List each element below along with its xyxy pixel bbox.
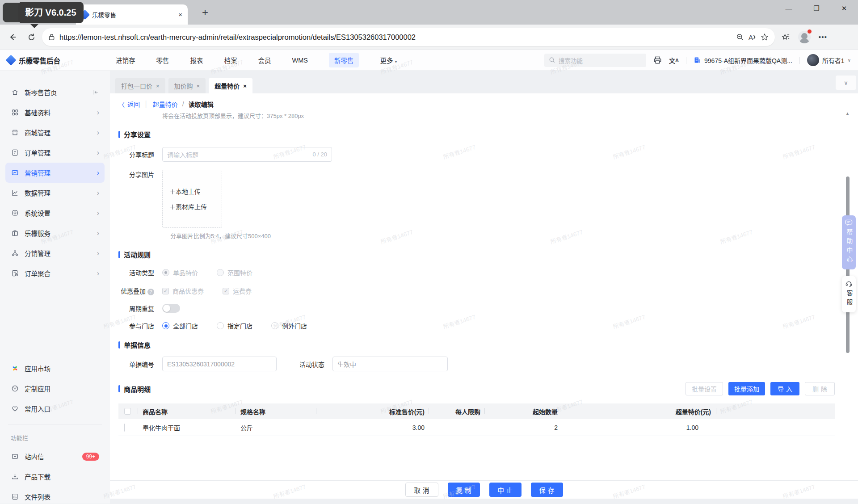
menu-item-baobiao[interactable]: 报表 xyxy=(190,55,203,65)
sidebar-item-basic-data[interactable]: 基础资料 › xyxy=(5,102,105,122)
sidebar-item-order-aggregation[interactable]: 订单聚合 › xyxy=(5,263,105,283)
upload-library-button[interactable]: ＋素材库上传 xyxy=(169,202,222,211)
scroll-up-arrow[interactable]: ▲ xyxy=(845,111,850,116)
copy-button[interactable]: 复制 xyxy=(448,483,480,497)
radio-icon xyxy=(162,269,169,276)
yingdao-rpa-overlay[interactable]: 影刀 V6.0.25 xyxy=(3,2,84,23)
sidebar-item-distribution-management[interactable]: 分销管理 › xyxy=(5,243,105,263)
sidebar-item-home[interactable]: 新零售首页 xyxy=(5,82,105,102)
batch-add-button[interactable]: 批量添加 xyxy=(728,382,765,395)
menu-item-jinxiaocun[interactable]: 进销存 xyxy=(116,55,135,65)
select-all-checkbox[interactable] xyxy=(124,408,131,415)
app-brand[interactable]: 乐檬零售后台 xyxy=(7,55,103,65)
sidebar-item-messages[interactable]: 站内信 99+ xyxy=(5,446,105,466)
cell-start-qty: 2 xyxy=(485,424,562,431)
sidebar-item-mall-management[interactable]: 商城管理 › xyxy=(5,122,105,143)
tab-overflow-button[interactable]: ∨ xyxy=(836,76,856,90)
sidebar-item-custom-app[interactable]: 定制应用 xyxy=(5,378,105,399)
chevron-right-icon: › xyxy=(97,129,99,137)
sidebar-item-system-settings[interactable]: 系统设置 › xyxy=(5,203,105,223)
abort-button[interactable]: 中止 xyxy=(489,483,522,497)
menu-item-wms[interactable]: WMS xyxy=(292,57,308,64)
upload-local-button[interactable]: ＋本地上传 xyxy=(169,187,222,196)
tab-close-icon[interactable]: × xyxy=(197,83,200,89)
user-menu[interactable]: 所有者1 ∨ xyxy=(807,54,851,66)
tab-close-icon[interactable]: × xyxy=(156,83,160,89)
batch-set-button[interactable]: 批量设置 xyxy=(686,382,723,395)
import-button[interactable]: 导入 xyxy=(770,382,799,395)
language-icon[interactable]: 文A xyxy=(669,56,679,65)
help-icon[interactable]: ? xyxy=(147,289,154,295)
page-tab-dabaoyikoujia[interactable]: 打包一口价× xyxy=(115,78,165,93)
back-icon[interactable] xyxy=(4,29,21,45)
divider xyxy=(686,57,686,64)
sidebar-item-product-download[interactable]: 产品下载 xyxy=(5,466,105,487)
radio-all-stores[interactable]: 全部门店 xyxy=(162,321,198,330)
help-center-button[interactable]: 帮助中心 xyxy=(842,215,856,269)
window-close-button[interactable]: ✕ xyxy=(830,0,858,17)
customer-service-button[interactable]: 客服 xyxy=(842,276,856,312)
sidebar-item-app-market[interactable]: 应用市场 xyxy=(5,358,105,378)
menu-item-lingshou[interactable]: 零售 xyxy=(156,55,169,65)
share-title-input[interactable]: 请输入标题 0 / 20 xyxy=(162,147,332,162)
breadcrumb-parent[interactable]: 超量特价 xyxy=(153,100,178,109)
chevron-right-icon: › xyxy=(97,269,99,277)
sidebar-item-data-management[interactable]: 数据管理 › xyxy=(5,183,105,203)
sidebar-item-file-list[interactable]: 文件列表 xyxy=(5,487,105,504)
sidebar-item-common-entries[interactable]: 常用入口 xyxy=(5,399,105,419)
collections-icon[interactable] xyxy=(778,29,794,45)
menu-item-xinlingshou[interactable]: 新零售 xyxy=(329,53,359,67)
row-checkbox[interactable] xyxy=(124,424,125,432)
file-chart-icon xyxy=(11,493,19,501)
tab-close-icon[interactable]: × xyxy=(178,11,182,18)
browser-menu-icon[interactable]: ⋯ xyxy=(815,29,831,45)
page-tab-jiajiagou[interactable]: 加价购× xyxy=(168,78,206,93)
sidebar-item-lemon-service[interactable]: 乐檬服务 › xyxy=(5,223,105,243)
back-button[interactable]: 〈 返回 xyxy=(118,100,140,109)
window-restore-button[interactable]: ❐ xyxy=(803,0,830,17)
sidebar-item-marketing-management[interactable]: 营销管理 › xyxy=(5,163,105,183)
save-button[interactable]: 保存 xyxy=(531,483,563,497)
storefront-icon xyxy=(11,129,19,137)
store-switcher[interactable]: 99675-A组新界面果蔬版QA测... xyxy=(694,56,792,65)
radio-excluded-stores[interactable]: 例外门店 xyxy=(271,321,307,330)
col-special-price: 超量特价(元) xyxy=(562,403,716,419)
table-row[interactable]: 奉化牛肉干面 公斤 3.00 2 1.00 xyxy=(118,419,835,436)
delete-button[interactable]: 删除 xyxy=(805,382,835,395)
section-product-detail: 商品明细 xyxy=(118,384,151,394)
share-image-label: 分享图片 xyxy=(118,170,162,179)
breadcrumb-slash: / xyxy=(182,101,184,108)
address-bar[interactable]: https://lemon-test.nhsoft.cn/earth-mercu… xyxy=(42,28,775,46)
sidebar-item-order-management[interactable]: 订单管理 › xyxy=(5,143,105,163)
bottom-strip xyxy=(110,499,858,504)
sidebar: 新零售首页 基础资料 › 商城管理 › 订单管理 › 营销管理 › 数据管理 › xyxy=(0,71,110,504)
radio-specified-stores[interactable]: 指定门店 xyxy=(217,321,252,330)
read-aloud-icon[interactable]: A xyxy=(749,34,756,41)
image-upload-box[interactable]: ＋本地上传 ＋素材库上传 xyxy=(162,170,222,228)
url-text[interactable]: https://lemon-test.nhsoft.cn/earth-mercu… xyxy=(59,33,732,42)
menu-item-dangan[interactable]: 档案 xyxy=(224,55,237,65)
new-tab-button[interactable]: + xyxy=(202,6,208,19)
menu-item-more[interactable]: 更多 ▾ xyxy=(380,55,397,65)
window-minimize-button[interactable]: — xyxy=(775,0,803,17)
chevron-right-icon: › xyxy=(97,169,99,177)
browser-profile-avatar[interactable] xyxy=(796,29,812,45)
tab-close-icon[interactable]: × xyxy=(243,83,247,89)
lock-icon[interactable] xyxy=(48,34,55,41)
marketing-icon xyxy=(11,169,19,177)
browser-toolbar: https://lemon-test.nhsoft.cn/earth-mercu… xyxy=(0,25,858,50)
section-bar xyxy=(118,385,120,392)
zoom-out-icon[interactable] xyxy=(736,33,744,41)
chevron-down-icon: ∨ xyxy=(848,58,851,63)
function-search-input[interactable]: 搜索功能 xyxy=(544,54,646,67)
menu-item-huiyuan[interactable]: 会员 xyxy=(258,55,271,65)
page-tab-chaoliangtejia[interactable]: 超量特价× xyxy=(209,78,252,93)
cancel-button[interactable]: 取消 xyxy=(405,483,438,497)
cycle-repeat-toggle[interactable] xyxy=(162,304,180,313)
print-icon[interactable] xyxy=(653,56,662,64)
download-icon xyxy=(11,473,19,481)
char-counter: 0 / 20 xyxy=(312,151,327,158)
browser-tab[interactable]: 乐檬零售 × xyxy=(76,4,188,25)
favorite-star-icon[interactable] xyxy=(761,33,769,41)
collapse-sidebar-icon[interactable] xyxy=(93,89,99,96)
